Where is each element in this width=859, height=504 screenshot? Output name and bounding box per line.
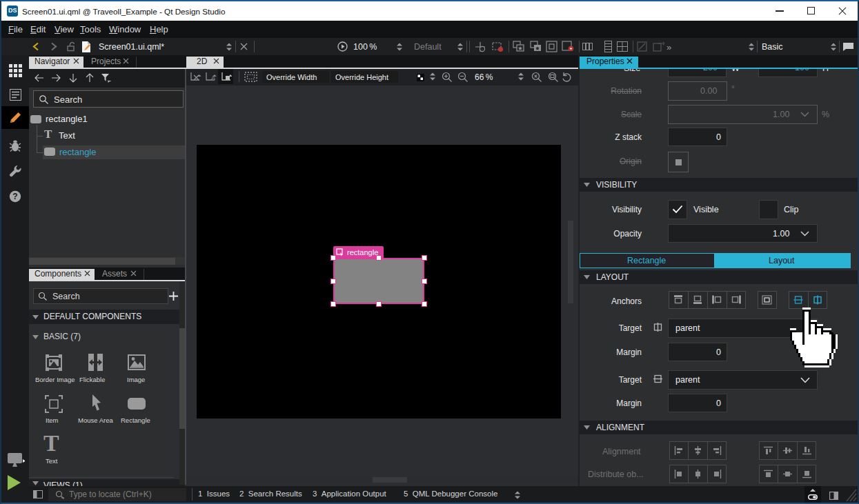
svg-text:?: ? [12,192,17,201]
